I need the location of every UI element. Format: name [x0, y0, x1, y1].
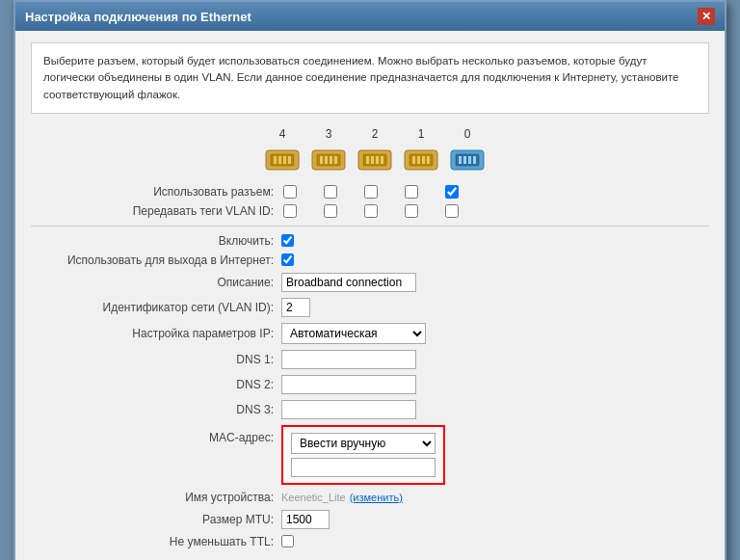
svg-rect-29 — [473, 156, 476, 164]
dialog-title-bar: Настройка подключения по Ethernet ✕ — [15, 2, 725, 31]
dns1-input[interactable] — [281, 350, 416, 369]
device-name-value: Keenetic_Lite — [281, 492, 346, 503]
internet-label: Использовать для выхода в Интернет: — [31, 253, 281, 267]
port-icons-row — [253, 145, 487, 175]
dialog-title-text: Настройка подключения по Ethernet — [25, 10, 251, 24]
svg-rect-20 — [412, 156, 415, 164]
enable-row: Включить: — [31, 234, 709, 248]
mac-highlight-box: Ввести вручную Автоматически — [281, 425, 445, 485]
mac-mode-select[interactable]: Ввести вручную Автоматически — [291, 433, 436, 454]
enable-label: Включить: — [31, 234, 281, 248]
vlan-tag-3-checkbox[interactable] — [324, 204, 337, 218]
dialog-body: Выберите разъем, который будет использов… — [15, 31, 725, 560]
svg-rect-9 — [325, 156, 328, 164]
port-icon-1 — [402, 145, 440, 175]
use-port-label: Использовать разъем: — [31, 185, 281, 199]
ttl-label: Не уменьшать TTL: — [31, 535, 281, 548]
svg-rect-26 — [459, 156, 462, 164]
svg-rect-23 — [427, 156, 430, 164]
vlan-id-input[interactable] — [281, 298, 310, 317]
mtu-input[interactable] — [281, 510, 330, 529]
vlan-tag-0-checkbox[interactable] — [445, 204, 459, 218]
device-name-label: Имя устройства: — [31, 491, 281, 504]
mac-input-row — [291, 458, 436, 477]
dns1-row: DNS 1: — [31, 350, 709, 369]
port-section: 4 3 2 1 0 — [31, 127, 709, 175]
svg-rect-8 — [320, 156, 323, 164]
vlan-tag-1-checkbox[interactable] — [405, 204, 418, 218]
use-port-checkboxes — [281, 185, 459, 199]
ttl-row: Не уменьшать TTL: — [31, 535, 709, 548]
vlan-id-row: Идентификатор сети (VLAN ID): — [31, 298, 709, 317]
mac-row: MAC-адрес: Ввести вручную Автоматически — [31, 425, 709, 485]
svg-rect-5 — [288, 156, 291, 164]
svg-rect-10 — [330, 156, 332, 164]
svg-rect-15 — [371, 156, 374, 164]
use-port-row: Использовать разъем: — [31, 185, 709, 199]
ip-settings-select[interactable]: Автоматическая Статическая — [281, 323, 426, 344]
svg-rect-28 — [468, 156, 471, 164]
svg-rect-16 — [376, 156, 379, 164]
divider-1 — [31, 226, 709, 227]
svg-rect-27 — [463, 156, 466, 164]
svg-rect-14 — [366, 156, 369, 164]
dns2-label: DNS 2: — [31, 378, 281, 391]
port-num-4: 4 — [263, 127, 302, 141]
dns2-row: DNS 2: — [31, 375, 709, 394]
dns3-label: DNS 3: — [31, 403, 281, 416]
use-port-3-checkbox[interactable] — [324, 185, 337, 199]
port-num-3: 3 — [309, 127, 348, 141]
svg-rect-2 — [274, 156, 277, 164]
description-input[interactable] — [281, 273, 416, 292]
vlan-tag-row: Передавать теги VLAN ID: — [31, 204, 709, 218]
svg-rect-4 — [283, 156, 286, 164]
svg-rect-17 — [381, 156, 383, 164]
info-text: Выберите разъем, который будет использов… — [31, 42, 709, 114]
description-label: Описание: — [31, 276, 281, 289]
dns3-row: DNS 3: — [31, 400, 709, 419]
internet-row: Использовать для выхода в Интернет: — [31, 253, 709, 267]
port-num-2: 2 — [356, 127, 394, 141]
description-row: Описание: — [31, 273, 709, 292]
svg-rect-21 — [417, 156, 420, 164]
vlan-tag-4-checkbox[interactable] — [283, 204, 297, 218]
ethernet-settings-dialog: Настройка подключения по Ethernet ✕ Выбе… — [13, 0, 727, 560]
svg-rect-22 — [422, 156, 425, 164]
svg-rect-3 — [278, 156, 281, 164]
port-num-1: 1 — [402, 127, 440, 141]
enable-checkbox[interactable] — [281, 234, 294, 247]
mac-select-row: Ввести вручную Автоматически — [291, 433, 436, 454]
ip-settings-row: Настройка параметров IP: Автоматическая … — [31, 323, 709, 344]
mac-input[interactable] — [291, 458, 436, 477]
internet-checkbox[interactable] — [281, 253, 294, 266]
mtu-label: Размер MTU: — [31, 513, 281, 526]
device-name-row: Имя устройства: Keenetic_Lite (изменить) — [31, 491, 709, 504]
svg-rect-11 — [334, 156, 337, 164]
use-port-4-checkbox[interactable] — [283, 185, 297, 199]
use-port-0-checkbox[interactable] — [445, 185, 459, 199]
mtu-row: Размер MTU: — [31, 510, 709, 529]
vlan-tag-2-checkbox[interactable] — [364, 204, 378, 218]
port-icon-3 — [309, 145, 348, 175]
port-num-0: 0 — [448, 127, 487, 141]
vlan-id-label: Идентификатор сети (VLAN ID): — [31, 301, 281, 314]
dns2-input[interactable] — [281, 375, 416, 394]
port-numbers-row: 4 3 2 1 0 — [253, 127, 487, 141]
port-icon-0 — [448, 145, 487, 175]
close-button[interactable]: ✕ — [698, 8, 715, 25]
use-port-1-checkbox[interactable] — [405, 185, 418, 199]
dns1-label: DNS 1: — [31, 353, 281, 366]
change-device-name-link[interactable]: (изменить) — [350, 492, 403, 503]
ip-settings-label: Настройка параметров IP: — [31, 327, 281, 340]
use-port-2-checkbox[interactable] — [364, 185, 378, 199]
port-icon-4 — [263, 145, 302, 175]
port-icon-2 — [356, 145, 394, 175]
vlan-tag-checkboxes — [281, 204, 459, 218]
vlan-tag-label: Передавать теги VLAN ID: — [31, 204, 281, 218]
dns3-input[interactable] — [281, 400, 416, 419]
ttl-checkbox[interactable] — [281, 535, 294, 547]
mac-label: MAC-адрес: — [31, 425, 281, 444]
